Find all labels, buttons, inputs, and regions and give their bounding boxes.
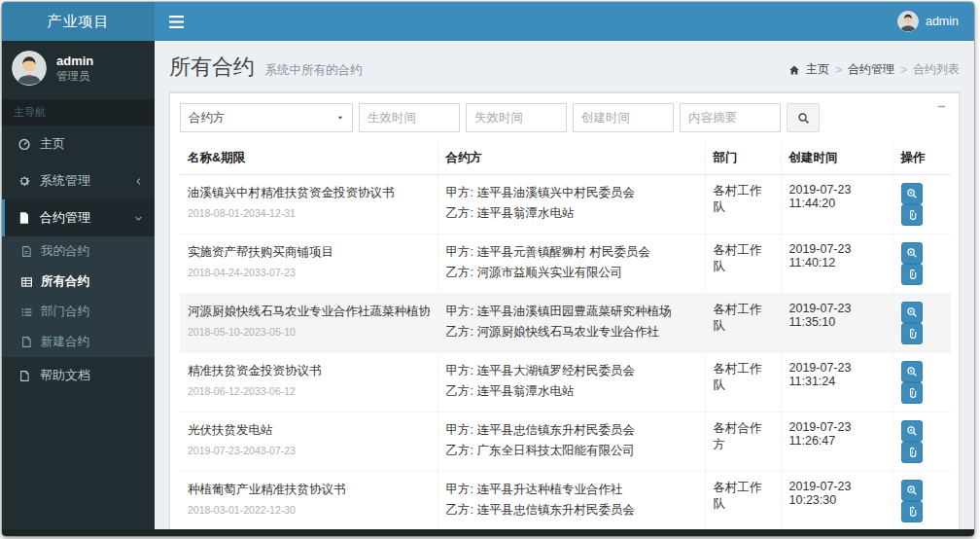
expire-date-input[interactable] [466,103,567,132]
hamburger-icon [169,16,184,28]
view-contract-button[interactable] [901,361,923,382]
party-b-value: 连平县忠信镇东升村民委员会 [476,503,635,517]
avatar [897,11,919,32]
filter-bar: 合约方 [170,93,959,142]
breadcrumb-separator: > [835,63,842,77]
table-row: 河源厨娘快线石马农业专业合作社蔬菜种植协议 2018-05-10-2023-05… [180,294,951,353]
zoom-in-icon [906,188,918,199]
zoom-in-icon [906,366,918,377]
party-b-label: 乙方: [446,444,473,457]
sidebar-item-contracts[interactable]: 合约管理 [2,199,155,236]
table-row: 精准扶贫资金投资协议书 2018-06-12-2033-06-12 甲方: 连平… [180,353,951,413]
attachment-button[interactable] [901,501,923,522]
window-bottom-bar [2,529,974,536]
main-sidebar: admin 管理员 主导航 主页 系统管理 [2,41,155,529]
department-cell: 各村工作队 [705,353,781,413]
column-header-actions: 操作 [892,142,951,175]
contract-period: 2018-06-12-2033-06-12 [188,385,430,397]
brand-logo[interactable]: 产业项目 [2,2,155,41]
department-cell: 各村工作队 [705,472,781,530]
breadcrumb-separator: > [900,63,907,77]
sidebar-section-label: 主导航 [2,99,155,126]
effective-date-input[interactable] [359,103,460,132]
sidebar-item-home[interactable]: 主页 [2,126,155,162]
sidebar-item-dept-contracts[interactable]: 部门合约 [2,297,155,327]
attachment-button[interactable] [901,323,923,344]
attachment-button[interactable] [901,442,923,463]
party-b-label: 乙方: [446,503,473,517]
party-b-line: 乙方: 连平县翁潭水电站 [446,381,697,402]
box-collapse-button[interactable] [936,101,947,112]
sidebar-item-help-docs[interactable]: 帮助文档 [2,357,155,394]
search-button[interactable] [787,103,820,132]
party-a-value: 连平县升达种植专业合作社 [476,483,622,496]
summary-input[interactable] [680,103,781,132]
search-icon [797,112,810,125]
column-header-created: 创建时间 [781,142,892,175]
party-b-value: 连平县翁潭水电站 [476,384,574,398]
party-filter-select[interactable]: 合约方 [180,103,353,132]
party-a-line: 甲方: 连平县油溪镇兴中村民委员会 [446,183,697,203]
paperclip-icon [906,447,918,458]
breadcrumb-contract-list: 合约列表 [913,61,960,78]
table-row: 光伏扶贫发电站 2019-07-23-2043-07-23 甲方: 连平县忠信镇… [180,413,951,472]
sidebar-item-label: 主页 [40,135,65,153]
table-row: 实施资产帮扶购买商铺项目 2018-04-24-2033-07-23 甲方: 连… [180,234,951,294]
sidebar-item-system[interactable]: 系统管理 [2,162,155,199]
contract-period: 2019-07-23-2043-07-23 [188,445,430,456]
view-contract-button[interactable] [901,183,923,204]
sidebar-username: admin [56,53,93,70]
party-a-label: 甲方: [446,186,473,199]
party-a-label: 甲方: [446,305,473,318]
contract-period: 2018-08-01-2034-12-31 [188,207,430,219]
party-b-label: 乙方: [446,206,473,220]
table-row: 油溪镇兴中村精准扶贫资金投资协议书 2018-08-01-2034-12-31 … [180,175,951,234]
breadcrumb-contract-mgmt[interactable]: 合约管理 [848,61,894,78]
chevron-down-icon [134,214,143,223]
view-contract-button[interactable] [901,480,923,501]
contract-title: 河源厨娘快线石马农业专业合作社蔬菜种植协议 [188,304,430,320]
caret-down-icon [336,114,344,122]
department-cell: 各村工作队 [705,234,781,294]
sidebar-item-label: 合约管理 [40,209,90,227]
party-a-line: 甲方: 连平县元善镇醒狮村 村民委员会 [446,242,697,263]
sidebar-toggle-button[interactable] [155,2,197,41]
party-a-label: 甲方: [446,364,473,377]
breadcrumb-home[interactable]: 主页 [806,61,829,78]
contract-title: 精准扶贫资金投资协议书 [188,363,430,379]
view-contract-button[interactable] [901,302,923,323]
party-b-label: 乙方: [446,384,473,398]
department-cell: 各村合作方 [705,413,781,472]
avatar [12,51,47,86]
sidebar-item-new-contract[interactable]: 新建合约 [2,327,155,357]
contract-title: 油溪镇兴中村精准扶贫资金投资协议书 [188,185,430,201]
paperclip-icon [906,387,918,399]
app-window: 产业项目 admin admin [2,2,974,536]
sidebar-item-label: 所有合约 [41,273,89,290]
party-a-value: 连平县油溪镇兴中村民委员会 [476,186,635,199]
view-contract-button[interactable] [901,420,923,442]
paperclip-icon [906,209,918,221]
sidebar-item-my-contracts[interactable]: 我的合约 [2,236,155,267]
navbar-user-menu[interactable]: admin [882,2,974,41]
created-time-cell: 2019-07-23 11:44:20 [781,175,892,234]
created-date-input[interactable] [573,103,674,132]
attachment-button[interactable] [901,204,923,226]
created-time-cell: 2019-07-23 11:40:12 [781,234,892,294]
content-wrapper: 所有合约 系统中所有的合约 主页 > 合约管理 > 合约列表 [155,41,974,529]
table-row: 种植葡萄产业精准扶贫协议书 2018-03-01-2022-12-30 甲方: … [180,472,951,530]
contracts-box: 合约方 [169,91,960,529]
party-b-line: 乙方: 广东全日科技太阳能有限公司 [446,441,697,461]
sidebar-item-label: 帮助文档 [40,367,90,384]
sidebar-item-all-contracts[interactable]: 所有合约 [2,267,155,297]
party-b-value: 广东全日科技太阳能有限公司 [476,444,635,457]
party-b-label: 乙方: [446,266,473,279]
list-icon [19,306,33,318]
created-time-cell: 2019-07-23 10:23:30 [781,472,892,530]
gear-icon [17,174,31,188]
view-contract-button[interactable] [901,242,923,264]
department-cell: 各村工作队 [705,294,781,353]
attachment-button[interactable] [901,382,923,404]
party-a-label: 甲方: [446,245,473,259]
attachment-button[interactable] [901,264,923,285]
